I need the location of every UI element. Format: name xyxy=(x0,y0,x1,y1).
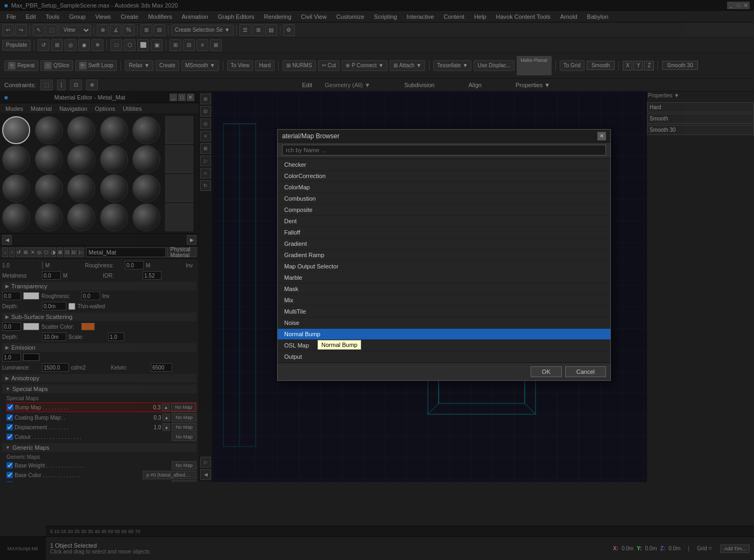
dialog-item-noise[interactable]: Noise xyxy=(278,317,610,329)
dialog-item-checker[interactable]: Checker xyxy=(278,159,610,171)
dialog-footer: OK Cancel xyxy=(278,363,610,380)
dialog-title-text: aterial/Map Browser xyxy=(282,132,340,140)
dialog-item-mix[interactable]: Mix xyxy=(278,295,610,306)
dialog-item-combustion[interactable]: Combustion xyxy=(278,193,610,204)
dialog-item-colorcorrection[interactable]: ColorCorrection xyxy=(278,171,610,182)
dialog-search-area xyxy=(278,143,610,158)
dialog-item-osl-map[interactable]: OSL Map xyxy=(278,340,610,351)
dialog-search-input[interactable] xyxy=(282,145,606,155)
dialog-item-mask[interactable]: Mask xyxy=(278,283,610,295)
dialog-item-colormap[interactable]: ColorMap xyxy=(278,182,610,193)
dialog-item-normal-bump[interactable]: Normal Bump xyxy=(278,329,610,340)
dialog-cancel-btn[interactable]: Cancel xyxy=(565,366,606,377)
dialog-item-output[interactable]: Output xyxy=(278,351,610,363)
dialog-item-gradient[interactable]: Gradient xyxy=(278,238,610,250)
dialog-ok-btn[interactable]: OK xyxy=(531,366,562,377)
dialog-close-btn[interactable]: ✕ xyxy=(597,132,606,140)
material-map-browser-dialog: aterial/Map Browser ✕ BlendColor MapCame… xyxy=(277,129,611,381)
dialog-item-list: BlendColor MapCamera Map Per PixelCellul… xyxy=(278,158,610,363)
dialog-item-map-output-selector[interactable]: Map Output Selector xyxy=(278,261,610,272)
dialog-item-marble[interactable]: Marble xyxy=(278,272,610,283)
dialog-item-falloff[interactable]: Falloff xyxy=(278,227,610,238)
dialog-overlay: aterial/Map Browser ✕ BlendColor MapCame… xyxy=(0,0,754,560)
dialog-item-multitile[interactable]: MultiTile xyxy=(278,306,610,317)
dialog-item-composite[interactable]: Composite xyxy=(278,204,610,216)
dialog-item-gradient-ramp[interactable]: Gradient Ramp xyxy=(278,250,610,261)
dialog-title-bar: aterial/Map Browser ✕ xyxy=(278,130,610,143)
dialog-item-dent[interactable]: Dent xyxy=(278,216,610,227)
